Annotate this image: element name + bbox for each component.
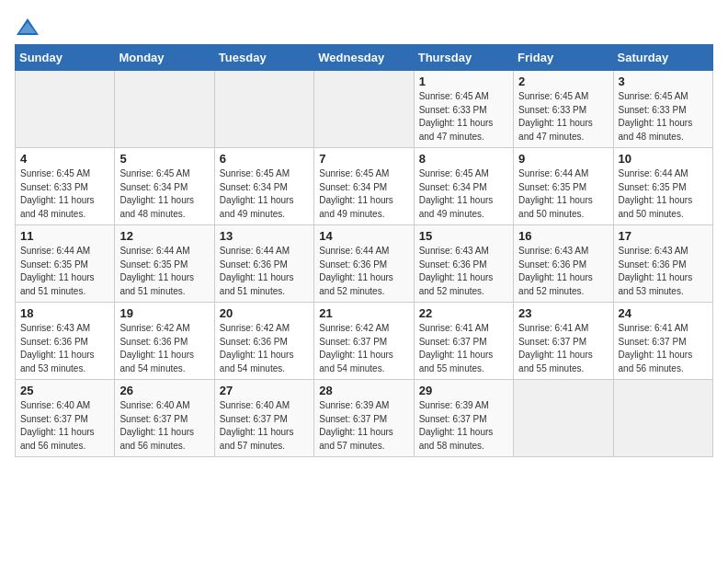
calendar-cell: 26Sunrise: 6:40 AM Sunset: 6:37 PM Dayli…	[115, 380, 214, 457]
day-number: 1	[419, 75, 508, 88]
day-header-saturday: Saturday	[613, 45, 712, 71]
calendar-cell: 22Sunrise: 6:41 AM Sunset: 6:37 PM Dayli…	[414, 303, 513, 380]
day-info: Sunrise: 6:43 AM Sunset: 6:36 PM Dayligh…	[20, 322, 109, 375]
day-info: Sunrise: 6:45 AM Sunset: 6:33 PM Dayligh…	[518, 90, 608, 144]
calendar-cell	[314, 71, 414, 148]
day-info: Sunrise: 6:45 AM Sunset: 6:34 PM Dayligh…	[119, 167, 209, 221]
day-info: Sunrise: 6:44 AM Sunset: 6:35 PM Dayligh…	[20, 245, 109, 298]
day-info: Sunrise: 6:45 AM Sunset: 6:33 PM Dayligh…	[619, 90, 708, 144]
day-number: 15	[419, 229, 508, 243]
day-info: Sunrise: 6:41 AM Sunset: 6:37 PM Dayligh…	[619, 322, 708, 375]
day-number: 27	[220, 384, 309, 397]
day-header-thursday: Thursday	[414, 45, 513, 71]
logo-icon	[15, 15, 40, 40]
calendar-cell: 11Sunrise: 6:44 AM Sunset: 6:35 PM Dayli…	[16, 225, 115, 303]
calendar-cell: 9Sunrise: 6:44 AM Sunset: 6:35 PM Daylig…	[514, 148, 613, 225]
calendar-cell: 29Sunrise: 6:39 AM Sunset: 6:37 PM Dayli…	[414, 380, 513, 457]
day-header-sunday: Sunday	[16, 45, 115, 71]
calendar-cell: 2Sunrise: 6:45 AM Sunset: 6:33 PM Daylig…	[514, 71, 613, 148]
calendar-cell: 18Sunrise: 6:43 AM Sunset: 6:36 PM Dayli…	[16, 303, 115, 380]
day-number: 25	[20, 384, 109, 397]
calendar-cell: 5Sunrise: 6:45 AM Sunset: 6:34 PM Daylig…	[115, 148, 214, 225]
calendar-cell: 7Sunrise: 6:45 AM Sunset: 6:34 PM Daylig…	[314, 148, 414, 225]
day-info: Sunrise: 6:45 AM Sunset: 6:34 PM Dayligh…	[419, 167, 508, 221]
calendar-cell: 20Sunrise: 6:42 AM Sunset: 6:36 PM Dayli…	[214, 303, 313, 380]
day-number: 10	[619, 152, 708, 166]
calendar-cell: 28Sunrise: 6:39 AM Sunset: 6:37 PM Dayli…	[314, 380, 414, 457]
day-number: 9	[518, 152, 608, 166]
calendar-cell: 17Sunrise: 6:43 AM Sunset: 6:36 PM Dayli…	[613, 225, 712, 303]
day-number: 20	[220, 306, 309, 320]
day-header-friday: Friday	[514, 45, 613, 71]
day-info: Sunrise: 6:42 AM Sunset: 6:36 PM Dayligh…	[220, 322, 309, 375]
day-info: Sunrise: 6:39 AM Sunset: 6:37 PM Dayligh…	[319, 399, 408, 453]
calendar-cell: 14Sunrise: 6:44 AM Sunset: 6:36 PM Dayli…	[314, 225, 414, 303]
day-info: Sunrise: 6:44 AM Sunset: 6:35 PM Dayligh…	[119, 245, 209, 298]
day-number: 24	[619, 306, 708, 320]
week-row-4: 18Sunrise: 6:43 AM Sunset: 6:36 PM Dayli…	[16, 303, 713, 380]
calendar-cell	[16, 71, 115, 148]
day-number: 14	[319, 229, 408, 243]
day-info: Sunrise: 6:45 AM Sunset: 6:33 PM Dayligh…	[20, 167, 109, 221]
calendar-cell: 3Sunrise: 6:45 AM Sunset: 6:33 PM Daylig…	[613, 71, 712, 148]
day-number: 16	[518, 229, 608, 243]
calendar-cell: 16Sunrise: 6:43 AM Sunset: 6:36 PM Dayli…	[514, 225, 613, 303]
day-number: 28	[319, 384, 408, 397]
page-header	[15, 15, 713, 40]
day-info: Sunrise: 6:39 AM Sunset: 6:37 PM Dayligh…	[419, 399, 508, 453]
day-info: Sunrise: 6:40 AM Sunset: 6:37 PM Dayligh…	[220, 399, 309, 453]
day-info: Sunrise: 6:44 AM Sunset: 6:35 PM Dayligh…	[619, 167, 708, 221]
calendar-table: SundayMondayTuesdayWednesdayThursdayFrid…	[15, 44, 713, 457]
calendar-cell: 15Sunrise: 6:43 AM Sunset: 6:36 PM Dayli…	[414, 225, 513, 303]
day-number: 4	[20, 152, 109, 166]
week-row-1: 1Sunrise: 6:45 AM Sunset: 6:33 PM Daylig…	[16, 71, 713, 148]
calendar-cell: 27Sunrise: 6:40 AM Sunset: 6:37 PM Dayli…	[214, 380, 313, 457]
calendar-cell: 8Sunrise: 6:45 AM Sunset: 6:34 PM Daylig…	[414, 148, 513, 225]
day-info: Sunrise: 6:44 AM Sunset: 6:36 PM Dayligh…	[220, 245, 309, 298]
day-info: Sunrise: 6:45 AM Sunset: 6:34 PM Dayligh…	[319, 167, 408, 221]
week-row-3: 11Sunrise: 6:44 AM Sunset: 6:35 PM Dayli…	[16, 225, 713, 303]
day-header-row: SundayMondayTuesdayWednesdayThursdayFrid…	[16, 45, 713, 71]
calendar-cell: 23Sunrise: 6:41 AM Sunset: 6:37 PM Dayli…	[514, 303, 613, 380]
day-number: 13	[220, 229, 309, 243]
calendar-cell: 21Sunrise: 6:42 AM Sunset: 6:37 PM Dayli…	[314, 303, 414, 380]
day-header-tuesday: Tuesday	[214, 45, 313, 71]
calendar-cell: 10Sunrise: 6:44 AM Sunset: 6:35 PM Dayli…	[613, 148, 712, 225]
calendar-cell	[613, 380, 712, 457]
day-number: 8	[419, 152, 508, 166]
day-number: 17	[619, 229, 708, 243]
day-info: Sunrise: 6:41 AM Sunset: 6:37 PM Dayligh…	[419, 322, 508, 375]
day-info: Sunrise: 6:43 AM Sunset: 6:36 PM Dayligh…	[619, 245, 708, 298]
day-info: Sunrise: 6:45 AM Sunset: 6:33 PM Dayligh…	[419, 90, 508, 144]
day-info: Sunrise: 6:42 AM Sunset: 6:36 PM Dayligh…	[119, 322, 209, 375]
day-info: Sunrise: 6:44 AM Sunset: 6:36 PM Dayligh…	[319, 245, 408, 298]
day-number: 12	[119, 229, 209, 243]
day-info: Sunrise: 6:42 AM Sunset: 6:37 PM Dayligh…	[319, 322, 408, 375]
calendar-cell: 19Sunrise: 6:42 AM Sunset: 6:36 PM Dayli…	[115, 303, 214, 380]
day-number: 6	[220, 152, 309, 166]
calendar-cell: 13Sunrise: 6:44 AM Sunset: 6:36 PM Dayli…	[214, 225, 313, 303]
day-info: Sunrise: 6:45 AM Sunset: 6:34 PM Dayligh…	[220, 167, 309, 221]
day-info: Sunrise: 6:40 AM Sunset: 6:37 PM Dayligh…	[119, 399, 209, 453]
calendar-cell: 25Sunrise: 6:40 AM Sunset: 6:37 PM Dayli…	[16, 380, 115, 457]
day-number: 19	[119, 306, 209, 320]
calendar-cell: 12Sunrise: 6:44 AM Sunset: 6:35 PM Dayli…	[115, 225, 214, 303]
calendar-cell	[214, 71, 313, 148]
day-info: Sunrise: 6:40 AM Sunset: 6:37 PM Dayligh…	[20, 399, 109, 453]
day-number: 11	[20, 229, 109, 243]
day-number: 21	[319, 306, 408, 320]
calendar-cell: 1Sunrise: 6:45 AM Sunset: 6:33 PM Daylig…	[414, 71, 513, 148]
logo	[15, 15, 42, 40]
day-number: 22	[419, 306, 508, 320]
day-number: 29	[419, 384, 508, 397]
day-info: Sunrise: 6:43 AM Sunset: 6:36 PM Dayligh…	[518, 245, 608, 298]
day-number: 5	[119, 152, 209, 166]
day-number: 7	[319, 152, 408, 166]
calendar-cell: 6Sunrise: 6:45 AM Sunset: 6:34 PM Daylig…	[214, 148, 313, 225]
day-header-monday: Monday	[115, 45, 214, 71]
day-info: Sunrise: 6:43 AM Sunset: 6:36 PM Dayligh…	[419, 245, 508, 298]
calendar-cell	[514, 380, 613, 457]
calendar-cell: 24Sunrise: 6:41 AM Sunset: 6:37 PM Dayli…	[613, 303, 712, 380]
calendar-cell	[115, 71, 214, 148]
week-row-2: 4Sunrise: 6:45 AM Sunset: 6:33 PM Daylig…	[16, 148, 713, 225]
